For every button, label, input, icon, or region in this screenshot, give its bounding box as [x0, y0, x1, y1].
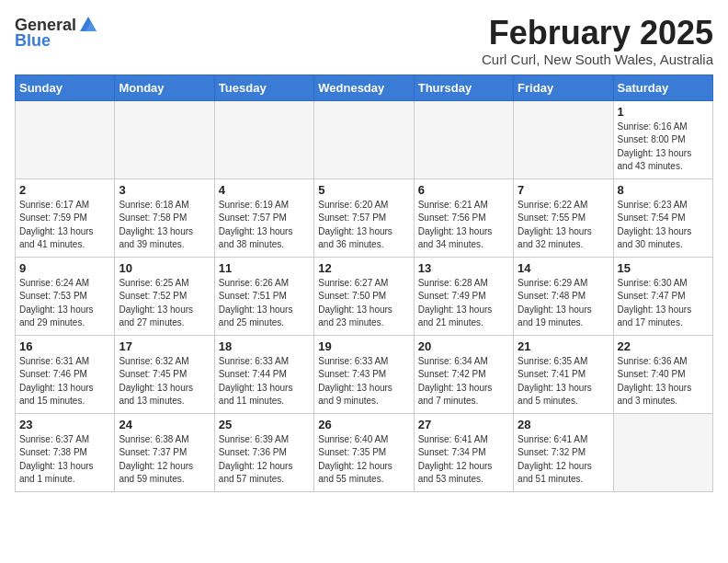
day-info: Sunrise: 6:16 AM Sunset: 8:00 PM Dayligh…	[618, 121, 709, 174]
calendar-cell	[414, 100, 513, 178]
day-info: Sunrise: 6:25 AM Sunset: 7:52 PM Dayligh…	[119, 277, 210, 330]
day-info: Sunrise: 6:33 AM Sunset: 7:43 PM Dayligh…	[318, 355, 409, 408]
day-info: Sunrise: 6:19 AM Sunset: 7:57 PM Dayligh…	[219, 199, 310, 252]
calendar-cell	[514, 100, 613, 178]
week-row-4: 16Sunrise: 6:31 AM Sunset: 7:46 PM Dayli…	[16, 335, 713, 413]
calendar-cell: 17Sunrise: 6:32 AM Sunset: 7:45 PM Dayli…	[115, 335, 214, 413]
day-info: Sunrise: 6:17 AM Sunset: 7:59 PM Dayligh…	[19, 199, 110, 252]
day-number: 2	[19, 183, 110, 197]
day-number: 5	[318, 183, 409, 197]
calendar-cell	[214, 100, 313, 178]
day-info: Sunrise: 6:23 AM Sunset: 7:54 PM Dayligh…	[618, 199, 709, 252]
day-number: 16	[19, 339, 110, 353]
calendar-header-row: SundayMondayTuesdayWednesdayThursdayFrid…	[16, 75, 713, 100]
calendar-cell	[314, 100, 414, 178]
week-row-5: 23Sunrise: 6:37 AM Sunset: 7:38 PM Dayli…	[16, 413, 713, 491]
day-number: 27	[418, 418, 509, 431]
calendar-cell: 27Sunrise: 6:41 AM Sunset: 7:34 PM Dayli…	[414, 413, 513, 491]
calendar-header-tuesday: Tuesday	[214, 75, 313, 100]
day-info: Sunrise: 6:35 AM Sunset: 7:41 PM Dayligh…	[518, 355, 609, 408]
day-number: 18	[219, 339, 310, 353]
day-info: Sunrise: 6:38 AM Sunset: 7:37 PM Dayligh…	[119, 433, 210, 487]
calendar-cell: 4Sunrise: 6:19 AM Sunset: 7:57 PM Daylig…	[214, 178, 313, 257]
day-number: 6	[418, 183, 509, 197]
calendar-cell: 25Sunrise: 6:39 AM Sunset: 7:36 PM Dayli…	[214, 413, 313, 491]
day-info: Sunrise: 6:39 AM Sunset: 7:36 PM Dayligh…	[219, 433, 310, 487]
calendar-cell: 14Sunrise: 6:29 AM Sunset: 7:48 PM Dayli…	[514, 257, 613, 335]
calendar-cell: 2Sunrise: 6:17 AM Sunset: 7:59 PM Daylig…	[16, 178, 115, 257]
calendar-cell: 11Sunrise: 6:26 AM Sunset: 7:51 PM Dayli…	[214, 257, 313, 335]
day-number: 17	[119, 339, 210, 353]
day-info: Sunrise: 6:26 AM Sunset: 7:51 PM Dayligh…	[219, 277, 310, 330]
day-info: Sunrise: 6:22 AM Sunset: 7:55 PM Dayligh…	[518, 199, 609, 252]
calendar-cell: 28Sunrise: 6:41 AM Sunset: 7:32 PM Dayli…	[514, 413, 613, 491]
day-info: Sunrise: 6:29 AM Sunset: 7:48 PM Dayligh…	[518, 277, 609, 330]
day-number: 10	[119, 261, 210, 275]
title-block: February 2025 Curl Curl, New South Wales…	[482, 15, 713, 67]
calendar-cell: 18Sunrise: 6:33 AM Sunset: 7:44 PM Dayli…	[214, 335, 313, 413]
calendar-header-wednesday: Wednesday	[314, 75, 414, 100]
calendar-header-sunday: Sunday	[16, 75, 115, 100]
calendar-cell: 1Sunrise: 6:16 AM Sunset: 8:00 PM Daylig…	[613, 100, 712, 178]
day-info: Sunrise: 6:18 AM Sunset: 7:58 PM Dayligh…	[119, 199, 210, 252]
day-info: Sunrise: 6:36 AM Sunset: 7:40 PM Dayligh…	[618, 355, 709, 408]
calendar-cell	[16, 100, 115, 178]
calendar-cell: 21Sunrise: 6:35 AM Sunset: 7:41 PM Dayli…	[514, 335, 613, 413]
calendar-cell	[115, 100, 214, 178]
day-number: 22	[618, 339, 709, 353]
week-row-1: 1Sunrise: 6:16 AM Sunset: 8:00 PM Daylig…	[16, 100, 713, 178]
day-info: Sunrise: 6:34 AM Sunset: 7:42 PM Dayligh…	[418, 355, 509, 408]
day-info: Sunrise: 6:37 AM Sunset: 7:38 PM Dayligh…	[19, 433, 110, 487]
calendar-cell: 10Sunrise: 6:25 AM Sunset: 7:52 PM Dayli…	[115, 257, 214, 335]
logo-blue-text: Blue	[15, 31, 51, 51]
day-number: 12	[318, 261, 409, 275]
day-number: 15	[618, 261, 709, 275]
day-info: Sunrise: 6:30 AM Sunset: 7:47 PM Dayligh…	[618, 277, 709, 330]
day-number: 7	[518, 183, 609, 197]
day-info: Sunrise: 6:40 AM Sunset: 7:35 PM Dayligh…	[318, 433, 409, 487]
calendar-cell: 5Sunrise: 6:20 AM Sunset: 7:57 PM Daylig…	[314, 178, 414, 257]
week-row-2: 2Sunrise: 6:17 AM Sunset: 7:59 PM Daylig…	[16, 178, 713, 257]
day-number: 3	[119, 183, 210, 197]
day-number: 20	[418, 339, 509, 353]
calendar-cell: 13Sunrise: 6:28 AM Sunset: 7:49 PM Dayli…	[414, 257, 513, 335]
calendar-cell: 8Sunrise: 6:23 AM Sunset: 7:54 PM Daylig…	[613, 178, 712, 257]
day-number: 21	[518, 339, 609, 353]
calendar-cell: 24Sunrise: 6:38 AM Sunset: 7:37 PM Dayli…	[115, 413, 214, 491]
calendar-header-monday: Monday	[115, 75, 214, 100]
calendar-cell: 9Sunrise: 6:24 AM Sunset: 7:53 PM Daylig…	[16, 257, 115, 335]
day-number: 9	[19, 261, 110, 275]
day-number: 4	[219, 183, 310, 197]
logo: General Blue	[15, 15, 98, 51]
day-info: Sunrise: 6:28 AM Sunset: 7:49 PM Dayligh…	[418, 277, 509, 330]
day-info: Sunrise: 6:21 AM Sunset: 7:56 PM Dayligh…	[418, 199, 509, 252]
day-number: 8	[618, 183, 709, 197]
day-info: Sunrise: 6:20 AM Sunset: 7:57 PM Dayligh…	[318, 199, 409, 252]
day-info: Sunrise: 6:27 AM Sunset: 7:50 PM Dayligh…	[318, 277, 409, 330]
calendar-title: February 2025	[482, 15, 713, 52]
calendar-cell: 23Sunrise: 6:37 AM Sunset: 7:38 PM Dayli…	[16, 413, 115, 491]
calendar-cell: 20Sunrise: 6:34 AM Sunset: 7:42 PM Dayli…	[414, 335, 513, 413]
day-number: 1	[618, 105, 709, 119]
calendar-cell: 7Sunrise: 6:22 AM Sunset: 7:55 PM Daylig…	[514, 178, 613, 257]
day-number: 25	[219, 418, 310, 431]
day-info: Sunrise: 6:41 AM Sunset: 7:32 PM Dayligh…	[518, 433, 609, 487]
calendar-header-thursday: Thursday	[414, 75, 513, 100]
day-number: 24	[119, 418, 210, 431]
calendar-cell	[613, 413, 712, 491]
day-info: Sunrise: 6:24 AM Sunset: 7:53 PM Dayligh…	[19, 277, 110, 330]
calendar-cell: 26Sunrise: 6:40 AM Sunset: 7:35 PM Dayli…	[314, 413, 414, 491]
day-number: 13	[418, 261, 509, 275]
day-number: 23	[19, 418, 110, 431]
calendar-cell: 19Sunrise: 6:33 AM Sunset: 7:43 PM Dayli…	[314, 335, 414, 413]
calendar-cell: 22Sunrise: 6:36 AM Sunset: 7:40 PM Dayli…	[613, 335, 712, 413]
day-info: Sunrise: 6:31 AM Sunset: 7:46 PM Dayligh…	[19, 355, 110, 408]
day-number: 11	[219, 261, 310, 275]
calendar-cell: 16Sunrise: 6:31 AM Sunset: 7:46 PM Dayli…	[16, 335, 115, 413]
calendar-header-friday: Friday	[514, 75, 613, 100]
day-number: 19	[318, 339, 409, 353]
day-number: 26	[318, 418, 409, 431]
calendar-cell: 15Sunrise: 6:30 AM Sunset: 7:47 PM Dayli…	[613, 257, 712, 335]
day-number: 28	[518, 418, 609, 431]
day-info: Sunrise: 6:41 AM Sunset: 7:34 PM Dayligh…	[418, 433, 509, 487]
